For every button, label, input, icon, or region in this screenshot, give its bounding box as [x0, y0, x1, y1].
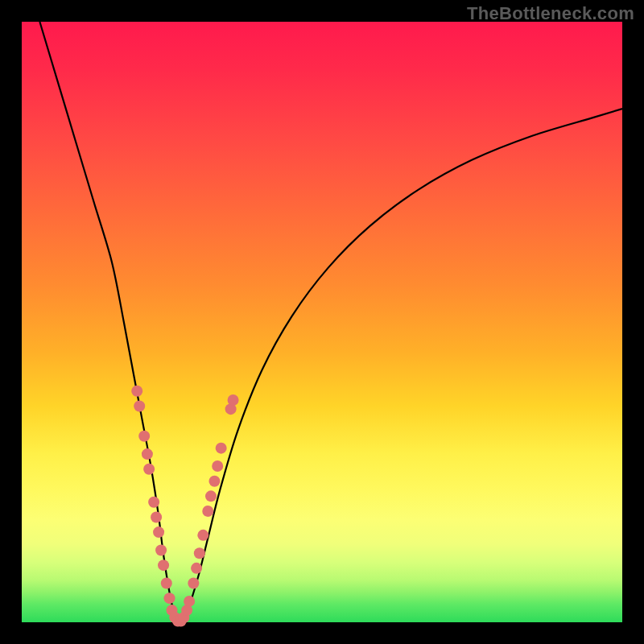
data-point [131, 386, 142, 397]
data-point [188, 578, 199, 589]
data-point [208, 476, 220, 487]
data-point [155, 544, 167, 555]
data-point [148, 497, 159, 508]
data-point [142, 448, 153, 460]
data-point [197, 530, 208, 541]
data-point [184, 596, 195, 607]
data-point [216, 443, 227, 454]
data-point [194, 547, 205, 559]
chart-svg-layer [22, 22, 622, 622]
bottleneck-v-curve [39, 22, 622, 622]
data-point [164, 592, 175, 604]
data-point [212, 460, 223, 472]
data-point [202, 506, 213, 517]
data-point-markers [131, 386, 238, 627]
data-point [228, 394, 239, 406]
data-point [153, 526, 164, 538]
data-point [158, 559, 169, 571]
data-point [161, 578, 172, 589]
data-point [143, 464, 155, 475]
data-point [205, 490, 217, 502]
data-point [138, 431, 150, 442]
data-point [134, 400, 145, 411]
data-point [191, 563, 202, 574]
data-point [151, 511, 162, 522]
chart-stage: TheBottleneck.com [0, 0, 644, 644]
